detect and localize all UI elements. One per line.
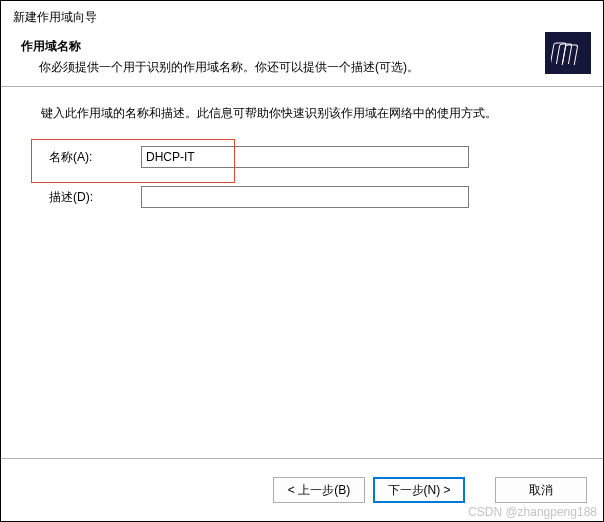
header-heading: 作用域名称	[21, 38, 591, 55]
window-title: 新建作用域向导	[13, 10, 97, 24]
description-field-row: 描述(D):	[41, 186, 577, 208]
watermark-text: CSDN @zhangpeng188	[468, 505, 597, 519]
back-button[interactable]: < 上一步(B)	[273, 477, 365, 503]
cancel-button[interactable]: 取消	[495, 477, 587, 503]
description-label: 描述(D):	[41, 189, 141, 206]
header-subtext: 你必须提供一个用于识别的作用域名称。你还可以提供一个描述(可选)。	[39, 59, 591, 76]
header-band: 作用域名称 你必须提供一个用于识别的作用域名称。你还可以提供一个描述(可选)。	[1, 26, 603, 86]
instruction-text: 键入此作用域的名称和描述。此信息可帮助你快速识别该作用域在网络中的使用方式。	[41, 105, 577, 122]
name-field-row: 名称(A):	[41, 146, 577, 168]
button-row: < 上一步(B) 下一步(N) > 取消	[273, 477, 587, 503]
scope-docs-icon	[545, 32, 591, 74]
name-label: 名称(A):	[41, 149, 141, 166]
body-area: 键入此作用域的名称和描述。此信息可帮助你快速识别该作用域在网络中的使用方式。 名…	[1, 87, 603, 447]
name-input[interactable]	[141, 146, 469, 168]
wizard-window: 新建作用域向导 作用域名称 你必须提供一个用于识别的作用域名称。你还可以提供一个…	[0, 0, 604, 522]
next-button[interactable]: 下一步(N) >	[373, 477, 465, 503]
title-bar: 新建作用域向导	[1, 1, 603, 26]
footer-separator	[1, 458, 603, 459]
description-input[interactable]	[141, 186, 469, 208]
